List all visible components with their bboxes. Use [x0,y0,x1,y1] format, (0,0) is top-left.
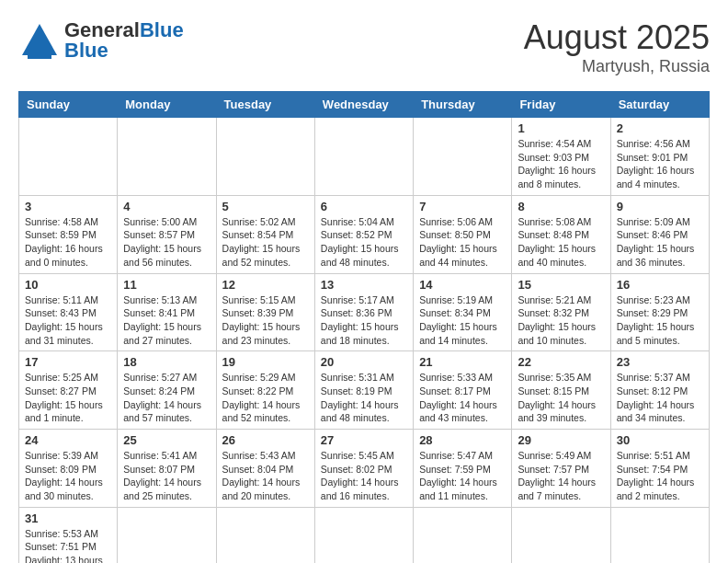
table-row: 12Sunrise: 5:15 AM Sunset: 8:39 PM Dayli… [216,273,314,351]
table-row: 21Sunrise: 5:33 AM Sunset: 8:17 PM Dayli… [414,351,512,430]
day-info: Sunrise: 4:58 AM Sunset: 8:59 PM Dayligh… [25,215,111,270]
table-row [118,507,216,563]
day-info: Sunrise: 5:35 AM Sunset: 8:15 PM Dayligh… [518,371,604,425]
day-number: 29 [518,433,604,447]
table-row: 16Sunrise: 5:23 AM Sunset: 8:29 PM Dayli… [610,273,709,351]
table-row: 17Sunrise: 5:25 AM Sunset: 8:27 PM Dayli… [19,351,118,430]
table-row: 26Sunrise: 5:43 AM Sunset: 8:04 PM Dayli… [216,430,314,508]
header-sunday: Sunday [19,92,118,118]
header-saturday: Saturday [610,92,709,118]
table-row: 14Sunrise: 5:19 AM Sunset: 8:34 PM Dayli… [414,273,512,351]
table-row: 28Sunrise: 5:47 AM Sunset: 7:59 PM Dayli… [414,430,512,508]
table-row: 13Sunrise: 5:17 AM Sunset: 8:36 PM Dayli… [314,273,413,351]
day-number: 9 [617,200,703,213]
day-info: Sunrise: 5:45 AM Sunset: 8:02 PM Dayligh… [321,449,407,503]
day-info: Sunrise: 5:29 AM Sunset: 8:22 PM Dayligh… [222,371,309,425]
header-monday: Monday [118,92,216,118]
table-row: 2Sunrise: 4:56 AM Sunset: 9:01 PM Daylig… [610,118,709,196]
day-number: 7 [419,200,506,213]
table-row: 3Sunrise: 4:58 AM Sunset: 8:59 PM Daylig… [19,195,118,273]
table-row [314,507,413,563]
table-row: 9Sunrise: 5:09 AM Sunset: 8:46 PM Daylig… [610,195,709,273]
day-info: Sunrise: 5:41 AM Sunset: 8:07 PM Dayligh… [123,449,210,503]
day-info: Sunrise: 5:17 AM Sunset: 8:36 PM Dayligh… [321,293,407,348]
table-row: 4Sunrise: 5:00 AM Sunset: 8:57 PM Daylig… [118,195,216,273]
day-number: 22 [518,355,604,369]
day-number: 23 [617,355,703,369]
day-info: Sunrise: 5:49 AM Sunset: 7:57 PM Dayligh… [518,449,604,503]
weekday-header-row: Sunday Monday Tuesday Wednesday Thursday… [19,92,710,118]
table-row [610,507,709,563]
header-wednesday: Wednesday [314,92,413,118]
table-row: 30Sunrise: 5:51 AM Sunset: 7:54 PM Dayli… [610,430,709,508]
table-row [414,507,512,563]
table-row: 7Sunrise: 5:06 AM Sunset: 8:50 PM Daylig… [414,195,512,273]
day-number: 5 [222,200,309,213]
day-number: 2 [617,121,703,135]
day-number: 20 [321,355,407,369]
day-info: Sunrise: 5:47 AM Sunset: 7:59 PM Dayligh… [419,449,506,503]
table-row [19,118,118,196]
table-row [216,507,314,563]
day-info: Sunrise: 5:51 AM Sunset: 7:54 PM Dayligh… [617,449,703,503]
table-row: 31Sunrise: 5:53 AM Sunset: 7:51 PM Dayli… [19,507,118,563]
day-number: 24 [25,433,111,447]
day-number: 10 [25,278,111,292]
day-number: 12 [222,278,309,292]
calendar-table: Sunday Monday Tuesday Wednesday Thursday… [18,91,710,563]
table-row: 10Sunrise: 5:11 AM Sunset: 8:43 PM Dayli… [19,273,118,351]
day-info: Sunrise: 5:06 AM Sunset: 8:50 PM Dayligh… [419,215,506,270]
day-info: Sunrise: 5:25 AM Sunset: 8:27 PM Dayligh… [25,371,111,425]
day-info: Sunrise: 5:33 AM Sunset: 8:17 PM Dayligh… [419,371,506,425]
day-number: 3 [25,200,111,213]
day-number: 14 [419,278,506,292]
day-info: Sunrise: 5:27 AM Sunset: 8:24 PM Dayligh… [123,371,210,425]
day-info: Sunrise: 5:37 AM Sunset: 8:12 PM Dayligh… [617,371,703,425]
table-row: 20Sunrise: 5:31 AM Sunset: 8:19 PM Dayli… [314,351,413,430]
day-number: 19 [222,355,309,369]
table-row: 25Sunrise: 5:41 AM Sunset: 8:07 PM Dayli… [118,430,216,508]
day-number: 15 [518,278,604,292]
table-row [414,118,512,196]
day-number: 30 [617,433,703,447]
day-info: Sunrise: 5:39 AM Sunset: 8:09 PM Dayligh… [25,449,111,503]
calendar-subtitle: Martyush, Russia [524,57,710,76]
day-number: 13 [321,278,407,292]
day-info: Sunrise: 5:02 AM Sunset: 8:54 PM Dayligh… [222,215,309,270]
logo-icon [18,22,61,59]
table-row: 24Sunrise: 5:39 AM Sunset: 8:09 PM Dayli… [19,430,118,508]
header-friday: Friday [512,92,610,118]
table-row [118,118,216,196]
header-thursday: Thursday [414,92,512,118]
day-info: Sunrise: 5:19 AM Sunset: 8:34 PM Dayligh… [419,293,506,348]
day-number: 1 [518,121,604,135]
day-info: Sunrise: 5:23 AM Sunset: 8:29 PM Dayligh… [617,293,703,348]
day-number: 27 [321,433,407,447]
day-info: Sunrise: 5:11 AM Sunset: 8:43 PM Dayligh… [25,293,111,348]
title-block: August 2025 Martyush, Russia [524,18,710,76]
day-number: 4 [123,200,210,213]
day-number: 11 [123,278,210,292]
day-number: 26 [222,433,309,447]
day-number: 6 [321,200,407,213]
svg-marker-0 [22,24,57,55]
day-info: Sunrise: 5:21 AM Sunset: 8:32 PM Dayligh… [518,293,604,348]
table-row: 22Sunrise: 5:35 AM Sunset: 8:15 PM Dayli… [512,351,610,430]
day-number: 25 [123,433,210,447]
table-row: 1Sunrise: 4:54 AM Sunset: 9:03 PM Daylig… [512,118,610,196]
svg-rect-1 [28,55,51,59]
header-tuesday: Tuesday [216,92,314,118]
table-row: 11Sunrise: 5:13 AM Sunset: 8:41 PM Dayli… [118,273,216,351]
table-row [216,118,314,196]
table-row: 29Sunrise: 5:49 AM Sunset: 7:57 PM Dayli… [512,430,610,508]
day-info: Sunrise: 4:54 AM Sunset: 9:03 PM Dayligh… [518,137,604,191]
table-row [512,507,610,563]
table-row: 27Sunrise: 5:45 AM Sunset: 8:02 PM Dayli… [314,430,413,508]
table-row: 23Sunrise: 5:37 AM Sunset: 8:12 PM Dayli… [610,351,709,430]
day-number: 8 [518,200,604,213]
day-number: 31 [25,511,111,525]
table-row: 19Sunrise: 5:29 AM Sunset: 8:22 PM Dayli… [216,351,314,430]
table-row [314,118,413,196]
page-header: GeneralBlue Blue August 2025 Martyush, R… [18,18,710,76]
day-info: Sunrise: 5:04 AM Sunset: 8:52 PM Dayligh… [321,215,407,270]
